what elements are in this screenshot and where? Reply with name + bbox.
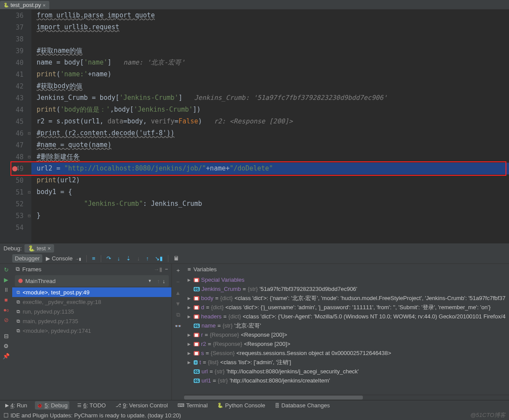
gutter-line[interactable]: 51⊟ xyxy=(0,186,31,198)
hide-icon[interactable]: − xyxy=(165,266,168,272)
frames-list[interactable]: ⧉<module>, test_post.py:49⧉execfile, _py… xyxy=(12,287,171,400)
resume-icon[interactable]: ▶ xyxy=(4,277,8,283)
step-into-icon[interactable]: ↓ xyxy=(115,254,123,263)
gutter-line[interactable]: 37 xyxy=(0,21,31,33)
code-line[interactable]: print(url2) xyxy=(31,174,509,186)
gutter-line[interactable]: 54 xyxy=(0,222,31,233)
gutter-line[interactable]: 39 xyxy=(0,45,31,57)
gutter-line[interactable]: 44 xyxy=(0,104,31,116)
code-line[interactable]: url2 = "http://localhost:8080/jenkins/jo… xyxy=(31,163,509,174)
code-line[interactable]: Jenkins_Crumb = body['Jenkins-Crumb'] Je… xyxy=(31,92,509,104)
expand-arrow-icon[interactable]: ▶ xyxy=(188,278,192,282)
code-line[interactable]: from urllib.parse import quote xyxy=(31,10,509,21)
step-out-icon[interactable]: ↑ xyxy=(143,254,152,263)
code-line[interactable]: #删除新建任务 xyxy=(31,151,509,163)
show-exec-point-icon[interactable]: ≡ xyxy=(89,254,98,263)
scrollbar-thumb[interactable] xyxy=(184,396,363,400)
copy-watch-icon[interactable]: ⧉ xyxy=(176,311,180,318)
remove-watch-icon[interactable]: − xyxy=(176,279,180,285)
expand-arrow-icon[interactable]: ▶ xyxy=(188,360,192,365)
gutter-line[interactable]: 48⊟ xyxy=(0,151,31,163)
code-line[interactable]: import urllib.request xyxy=(31,21,509,33)
gutter-line[interactable]: 52 xyxy=(0,198,31,210)
code-line[interactable]: name = body['name'] name: '北京-宏哥' xyxy=(31,57,509,68)
var-item[interactable]: ▶▦ body = {dict} <class 'dict'>: {'name'… xyxy=(184,294,509,303)
var-item[interactable]: ▶▦ Special Variables xyxy=(184,275,509,284)
code-line[interactable]: #name = quote(name) xyxy=(31,139,509,151)
tw-debug[interactable]: 🐞 5: Debug xyxy=(35,401,69,410)
tw-todo[interactable]: ☰ 6: TODO xyxy=(75,401,108,410)
layout-icon[interactable]: ⊟ xyxy=(4,333,9,339)
tw-dbchanges[interactable]: 🗄 Database Changes xyxy=(273,401,331,410)
step-into-my-icon[interactable]: ⇣ xyxy=(123,254,133,263)
var-item[interactable]: ▶▦ d = {dict} <class 'dict'>: {'j_userna… xyxy=(184,303,509,312)
vars-list[interactable]: ▶▦ Special Variables01 Jenkins_Crumb = {… xyxy=(184,274,509,395)
code-line[interactable]: #获取name的值 xyxy=(31,45,509,57)
var-item[interactable]: 01 name = {str} '北京-宏哥' xyxy=(184,321,509,330)
breakpoints-icon[interactable]: ●₀ xyxy=(3,307,9,313)
tw-vcs[interactable]: ⎇ 9: Version Control xyxy=(114,401,170,410)
gutter-line[interactable]: 47 xyxy=(0,139,31,151)
var-item[interactable]: 01 url = {str} 'http://localhost:8080/je… xyxy=(184,367,509,376)
fold-icon[interactable]: ⊟ xyxy=(28,190,31,195)
gutter-line[interactable]: 46⊟ xyxy=(0,127,31,139)
code-line[interactable] xyxy=(31,33,509,45)
gutter-line[interactable]: 49 xyxy=(0,163,31,174)
debug-config-tab[interactable]: 🐍 test × xyxy=(24,244,55,253)
gutter-line[interactable]: 43 xyxy=(0,92,31,104)
expand-arrow-icon[interactable]: ▶ xyxy=(188,296,192,300)
up-watch-icon[interactable]: ▲ xyxy=(175,290,181,296)
next-frame-icon[interactable]: ↓ xyxy=(163,278,166,284)
pin-icon[interactable]: 📌 xyxy=(3,353,10,359)
fold-icon[interactable]: ⊟ xyxy=(28,213,31,218)
code-area[interactable]: from urllib.parse import quoteimport url… xyxy=(31,10,509,243)
var-item[interactable]: ▶▦ r = {Response} <Response [200]> xyxy=(184,330,509,339)
vars-h-scrollbar[interactable] xyxy=(184,395,509,400)
gutter-line[interactable]: 40 xyxy=(0,57,31,68)
fold-icon[interactable]: ⊟ xyxy=(28,131,31,136)
close-icon[interactable]: × xyxy=(43,3,45,8)
code-line[interactable]: "Jenkins-Crumb": Jenkins_Crumb xyxy=(31,198,509,210)
var-item[interactable]: ▶▦ s = {Session} <requests.sessions.Sess… xyxy=(184,348,509,358)
rerun-icon[interactable]: ↻ xyxy=(4,266,9,273)
frame-item[interactable]: ⧉main, pydevd.py:1735 xyxy=(12,316,171,326)
code-line[interactable]: } xyxy=(31,210,509,222)
status-icon[interactable]: ☐ xyxy=(3,412,9,419)
frame-item[interactable]: ⧉<module>, pydevd.py:1741 xyxy=(12,326,171,335)
var-item[interactable]: 01 Jenkins_Crumb = {str} '51a97fc7fbf379… xyxy=(184,284,509,294)
expand-arrow-icon[interactable]: ▶ xyxy=(188,333,192,337)
var-item[interactable]: ▶▦ headers = {dict} <class 'dict'>: {'Us… xyxy=(184,312,509,321)
watches-glasses-icon[interactable]: 👓 xyxy=(174,323,181,329)
breakpoint-icon[interactable] xyxy=(12,166,17,171)
gutter[interactable]: 3637383940414243444546⊟4748⊟495051⊟5253⊟… xyxy=(0,10,31,243)
prev-frames-icon[interactable]: →▮ xyxy=(154,266,162,273)
gutter-line[interactable]: 50 xyxy=(0,174,31,186)
console-tab[interactable]: ▶ Console →▮ xyxy=(43,254,84,263)
add-watch-icon[interactable]: ＋ xyxy=(175,266,181,274)
expand-arrow-icon[interactable]: ▶ xyxy=(188,342,192,346)
code-line[interactable]: print('body的值是：',body['Jenkins-Crumb']) xyxy=(31,104,509,116)
frame-item[interactable]: ⧉run, pydevd.py:1135 xyxy=(12,307,171,316)
mute-bp-icon[interactable]: ⊘ xyxy=(4,317,9,323)
gutter-line[interactable]: 41 xyxy=(0,68,31,80)
down-watch-icon[interactable]: ▼ xyxy=(175,300,181,307)
tw-run[interactable]: ▶ 4: Run xyxy=(3,401,29,410)
debugger-tab[interactable]: Debugger xyxy=(12,254,42,263)
var-item[interactable]: 01 url1 = {str} 'http://localhost:8080/j… xyxy=(184,376,509,385)
code-line[interactable]: body1 = { xyxy=(31,186,509,198)
step-over-icon[interactable]: ↷ xyxy=(104,254,114,263)
expand-arrow-icon[interactable]: ▶ xyxy=(188,314,192,319)
pause-icon[interactable]: ⏸ xyxy=(3,287,9,293)
code-line[interactable]: r2 = s.post(url1, data=body, verify=Fals… xyxy=(31,116,509,127)
gutter-line[interactable]: 42 xyxy=(0,80,31,92)
thread-selector[interactable]: MainThread ▼ ↑ ↓ xyxy=(15,275,169,287)
code-line[interactable]: #print (r2.content.decode('utf-8')) xyxy=(31,127,509,139)
settings-icon[interactable]: ⚙ xyxy=(3,343,9,349)
prev-frame-icon[interactable]: ↑ xyxy=(157,278,160,284)
fold-icon[interactable]: ⊟ xyxy=(28,154,31,159)
frame-item[interactable]: ⧉execfile, _pydev_execfile.py:18 xyxy=(12,297,171,307)
expand-arrow-icon[interactable]: ▶ xyxy=(188,351,192,355)
var-item[interactable]: ▶▦ r2 = {Response} <Response [200]> xyxy=(184,339,509,348)
close-icon[interactable]: × xyxy=(48,245,51,252)
tw-pyconsole[interactable]: 🐍 Python Console xyxy=(215,401,267,410)
